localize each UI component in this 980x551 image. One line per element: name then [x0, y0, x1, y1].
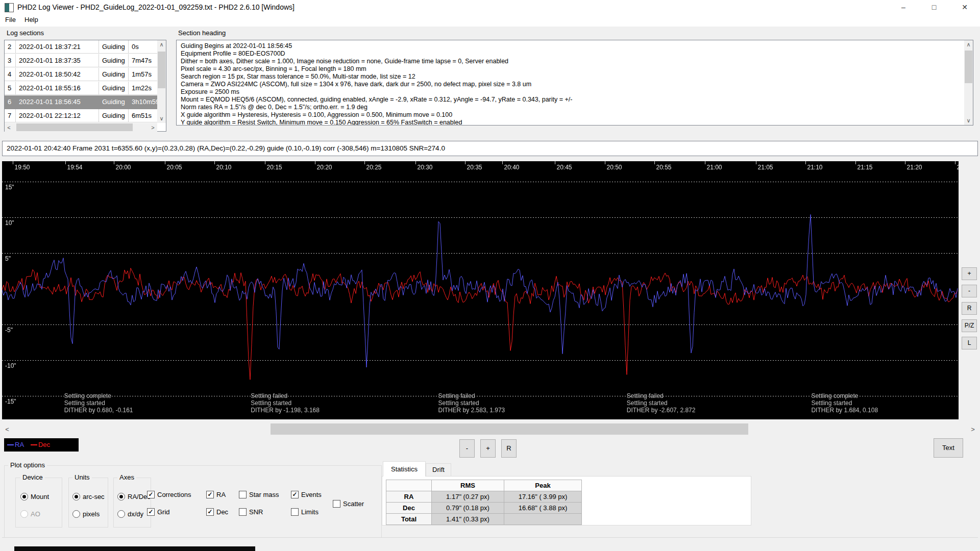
- hscale-reset-button[interactable]: R: [501, 439, 517, 458]
- scroll-up-icon[interactable]: ∧: [964, 40, 973, 49]
- text-button[interactable]: Text: [934, 438, 963, 458]
- legend-ra: RA: [7, 441, 23, 448]
- tab-statistics[interactable]: Statistics: [383, 461, 426, 477]
- radio-icon: [72, 510, 80, 518]
- radio-ao[interactable]: AO: [20, 510, 40, 518]
- menu-item-file[interactable]: File: [5, 16, 16, 23]
- stats-total-rms: 1.41" (0.33 px): [432, 514, 504, 525]
- checkbox-icon: [291, 508, 299, 516]
- guide-plot[interactable]: [2, 161, 959, 419]
- legend: RA Dec: [4, 438, 79, 452]
- table-row[interactable]: 52022-01-01 18:55:16Guiding1m22s: [5, 82, 157, 95]
- section-line: Guiding Begins at 2022-01-01 18:56:45: [181, 42, 957, 50]
- guide-plot-canvas[interactable]: [2, 161, 959, 419]
- stats-header-blank: [386, 480, 432, 491]
- stats-dec-peak: 16.68" ( 3.88 px): [504, 503, 582, 514]
- radio-dxdy[interactable]: dx/dy: [117, 510, 143, 518]
- section-line: Search region = 15 px, Star mass toleran…: [181, 73, 957, 81]
- hscale-zoom-in-button[interactable]: +: [480, 439, 496, 458]
- scroll-right-icon[interactable]: >: [149, 123, 157, 132]
- checkbox-star-mass[interactable]: Star mass: [239, 491, 279, 498]
- stats-row-label: RA: [386, 491, 432, 503]
- radio-pixels[interactable]: pixels: [72, 510, 100, 518]
- section-line: Exposure = 2500 ms: [181, 88, 957, 96]
- plot-reset-button[interactable]: R: [962, 302, 977, 315]
- plot-pan-zoom-button[interactable]: P/Z: [962, 319, 977, 332]
- scrollbar-thumb[interactable]: [158, 52, 165, 88]
- stats-ra-rms: 1.17" (0.27 px): [432, 491, 504, 503]
- checkbox-events[interactable]: Events: [291, 491, 322, 498]
- stats-total-peak: [504, 514, 582, 525]
- radio-arcsec[interactable]: arc-sec: [72, 493, 105, 500]
- section-line: Mount = EQMOD HEQ5/6 (ASCOM), connected,…: [181, 96, 957, 104]
- axes-group-label: Axes: [117, 474, 136, 481]
- table-row[interactable]: 22022-01-01 18:37:21Guiding0s: [5, 40, 157, 54]
- log-vscrollbar[interactable]: ∧ ∨: [157, 40, 166, 123]
- background-window-strip: [14, 546, 255, 551]
- checkbox-snr[interactable]: SNR: [239, 508, 263, 516]
- table-row[interactable]: 42022-01-01 18:50:42Guiding1m57s: [5, 68, 157, 82]
- scroll-left-icon[interactable]: <: [2, 423, 12, 435]
- radio-radec[interactable]: RA/Dec: [117, 493, 151, 500]
- section-heading-label: Section heading: [178, 29, 226, 37]
- log-sections-table: 22022-01-01 18:37:21Guiding0s 32022-01-0…: [4, 40, 166, 132]
- app-icon: [5, 3, 14, 12]
- log-hscrollbar[interactable]: < >: [5, 123, 157, 132]
- scroll-down-icon[interactable]: ∨: [964, 116, 973, 125]
- checkbox-grid[interactable]: Grid: [147, 508, 170, 516]
- radio-icon: [20, 510, 28, 518]
- plot-l-button[interactable]: L: [962, 337, 977, 349]
- ra-line-sample-icon: [7, 444, 14, 445]
- minimize-button[interactable]: –: [891, 0, 916, 14]
- maximize-button[interactable]: □: [921, 0, 947, 14]
- phd2-log-viewer-window: PHD2 Log Viewer - PHD2_GuideLog_2022-01-…: [0, 0, 980, 551]
- plot-zoom-in-button[interactable]: +: [962, 267, 977, 280]
- checkbox-dec[interactable]: Dec: [206, 508, 228, 516]
- scrollbar-thumb[interactable]: [271, 423, 748, 435]
- stats-header-rms: RMS: [432, 480, 504, 491]
- checkbox-icon: [291, 491, 299, 498]
- statistics-table: RMS Peak RA 1.17" (0.27 px) 17.16" ( 3.9…: [386, 480, 582, 525]
- scrollbar-thumb[interactable]: [16, 123, 133, 131]
- units-group-label: Units: [72, 474, 92, 481]
- scroll-down-icon[interactable]: ∨: [157, 114, 166, 123]
- section-line: Camera = ZWO ASI224MC (ASCOM), full size…: [181, 81, 957, 88]
- section-line: Norm rates RA = 1.5"/s @ dec 0, Dec = 1.…: [181, 104, 957, 111]
- legend-dec: Dec: [31, 441, 50, 448]
- checkbox-corrections[interactable]: Corrections: [147, 491, 191, 498]
- hscale-zoom-out-button[interactable]: -: [459, 439, 475, 458]
- checkbox-icon: [239, 508, 247, 516]
- tab-drift[interactable]: Drift: [426, 463, 451, 477]
- table-row[interactable]: 72022-01-01 22:12:12Guiding6m51s: [5, 109, 157, 123]
- checkbox-icon: [206, 508, 214, 516]
- stats-dec-rms: 0.79" (0.18 px): [432, 503, 504, 514]
- section-line: Y guide algorithm = Resist Switch, Minim…: [181, 119, 957, 126]
- checkbox-ra[interactable]: RA: [206, 491, 226, 498]
- radio-icon: [117, 493, 125, 500]
- checkbox-scatter[interactable]: Scatter: [333, 500, 364, 508]
- checkbox-icon: [147, 508, 155, 516]
- window-title: PHD2 Log Viewer - PHD2_GuideLog_2022-01-…: [17, 3, 295, 11]
- scroll-up-icon[interactable]: ∧: [157, 40, 166, 49]
- scroll-left-icon[interactable]: <: [5, 123, 13, 132]
- plot-hscrollbar[interactable]: < >: [2, 423, 978, 435]
- menu-item-help[interactable]: Help: [24, 16, 38, 23]
- dec-line-sample-icon: [31, 444, 37, 445]
- stats-row-label: Total: [386, 514, 432, 525]
- checkbox-limits[interactable]: Limits: [291, 508, 318, 516]
- close-button[interactable]: ✕: [952, 0, 977, 14]
- device-group-label: Device: [20, 474, 45, 481]
- section-vscrollbar[interactable]: ∧ ∨: [964, 40, 973, 125]
- scroll-right-icon[interactable]: >: [968, 423, 978, 435]
- plot-zoom-out-button[interactable]: -: [962, 285, 977, 297]
- stats-row-label: Dec: [386, 503, 432, 514]
- section-heading-panel: Guiding Begins at 2022-01-01 18:56:45 Eq…: [176, 40, 973, 126]
- bottom-divider: [2, 537, 978, 538]
- title-bar: PHD2 Log Viewer - PHD2_GuideLog_2022-01-…: [0, 0, 980, 15]
- table-row-selected[interactable]: 62022-01-01 18:56:45Guiding3h10m59s: [5, 95, 157, 109]
- scrollbar-thumb[interactable]: [965, 51, 972, 83]
- table-row[interactable]: 32022-01-01 18:37:35Guiding7m47s: [5, 54, 157, 68]
- section-line: Equipment Profile = 80ED-EOS700D: [181, 50, 957, 58]
- checkbox-icon: [206, 491, 214, 498]
- radio-mount[interactable]: Mount: [20, 493, 49, 500]
